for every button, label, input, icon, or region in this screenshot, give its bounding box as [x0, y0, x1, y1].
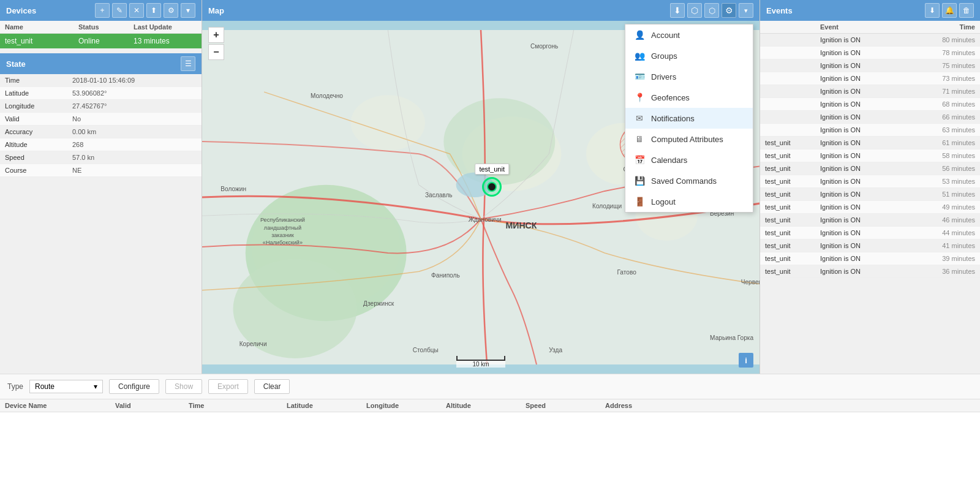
dropdown-item-groups[interactable]: 👥Groups	[625, 45, 753, 66]
events-title: Events	[766, 6, 793, 15]
events-col-name-header	[765, 23, 820, 31]
map-settings-button[interactable]: ⚙	[722, 3, 736, 18]
events-row-device: test_unit	[765, 178, 820, 185]
svg-text:Сморгонь: Сморгонь	[530, 43, 558, 50]
events-row[interactable]: Ignition is ON73 minutes	[760, 72, 980, 85]
configure-button[interactable]: Configure	[109, 379, 159, 394]
zoom-in-button[interactable]: +	[208, 27, 224, 43]
events-row-time: 39 minutes	[926, 255, 975, 262]
devices-title: Devices	[6, 6, 36, 15]
map-title: Map	[208, 6, 224, 15]
bottom-table-header: Device Name Valid Time Latitude Longitud…	[0, 399, 980, 412]
events-col-event-header: Event	[820, 23, 926, 31]
events-row-time: 51 minutes	[926, 191, 975, 198]
events-row-time: 36 minutes	[926, 268, 975, 275]
events-row-time: 49 minutes	[926, 203, 975, 211]
state-attr: Time	[5, 77, 72, 84]
map-marker[interactable]: test_unit	[482, 177, 502, 197]
map-header-right: ⬇ ⬡ ⬡ ⚙ ▾ 👤Account👥Groups🪪Drivers📍Geofen…	[670, 3, 753, 18]
device-last-update: 13 minutes	[134, 37, 197, 45]
events-row[interactable]: test_unitIgnition is ON53 minutes	[760, 175, 980, 188]
events-row-time: 63 minutes	[926, 126, 975, 134]
map-settings-dropdown-button[interactable]: ▾	[739, 3, 753, 18]
events-row-device: test_unit	[765, 152, 820, 159]
state-row: Time2018-01-10 15:46:09	[0, 74, 202, 87]
events-row-time: 56 minutes	[926, 165, 975, 172]
events-row[interactable]: Ignition is ON80 minutes	[760, 34, 980, 47]
events-row[interactable]: test_unitIgnition is ON46 minutes	[760, 214, 980, 227]
events-row[interactable]: test_unitIgnition is ON58 minutes	[760, 149, 980, 162]
events-body: Ignition is ON80 minutesIgnition is ON78…	[760, 34, 980, 374]
events-row-event: Ignition is ON	[820, 255, 926, 262]
state-val: 53.906082°	[72, 89, 197, 97]
dropdown-icon-notifications: ✉	[634, 113, 645, 124]
state-title: State	[6, 59, 26, 69]
zoom-out-button[interactable]: −	[208, 44, 224, 60]
events-row-event: Ignition is ON	[820, 165, 926, 172]
events-row[interactable]: test_unitIgnition is ON56 minutes	[760, 162, 980, 175]
dropdown-item-geofences[interactable]: 📍Geofences	[625, 87, 753, 108]
bottom-row: Type Route ▾ Configure Show Export Clear…	[0, 374, 980, 487]
dropdown-item-calendars[interactable]: 📅Calendars	[625, 149, 753, 170]
edit-device-button[interactable]: ✎	[112, 3, 127, 18]
svg-text:Кореличи: Кореличи	[239, 341, 267, 347]
events-row[interactable]: test_unitIgnition is ON61 minutes	[760, 137, 980, 149]
dropdown-icon-drivers: 🪪	[634, 71, 645, 82]
events-row[interactable]: Ignition is ON78 minutes	[760, 47, 980, 59]
events-row-device: test_unit	[765, 229, 820, 236]
devices-header-icons: + ✎ ✕ ⬆ ⚙ ▾	[95, 3, 195, 18]
dropdown-item-saved-commands[interactable]: 💾Saved Commands	[625, 170, 753, 191]
map-3d-button[interactable]: ⬡	[704, 3, 719, 18]
dropdown-icon-saved-commands: 💾	[634, 175, 645, 186]
dropdown-item-account[interactable]: 👤Account	[625, 25, 753, 45]
events-row[interactable]: test_unitIgnition is ON51 minutes	[760, 188, 980, 201]
svg-point-8	[233, 259, 357, 358]
zoom-controls: + −	[208, 27, 224, 60]
more-device-button[interactable]: ▾	[181, 3, 195, 18]
events-row[interactable]: Ignition is ON66 minutes	[760, 111, 980, 124]
dropdown-item-notifications[interactable]: ✉Notifications	[625, 108, 753, 129]
dropdown-label: Drivers	[651, 72, 676, 81]
events-row[interactable]: Ignition is ON71 minutes	[760, 85, 980, 98]
events-download-button[interactable]: ⬇	[925, 3, 940, 18]
state-menu-button[interactable]: ☰	[181, 56, 195, 71]
events-row[interactable]: test_unitIgnition is ON49 minutes	[760, 201, 980, 214]
map-info-button[interactable]: i	[739, 353, 753, 368]
upload-device-button[interactable]: ⬆	[146, 3, 161, 18]
device-row[interactable]: test_unit Online 13 minutes	[0, 34, 202, 48]
events-delete-button[interactable]: 🗑	[959, 3, 974, 18]
events-row[interactable]: test_unitIgnition is ON44 minutes	[760, 227, 980, 240]
state-val: 268	[72, 141, 197, 148]
events-row-event: Ignition is ON	[820, 75, 926, 82]
events-row-device: test_unit	[765, 139, 820, 146]
svg-text:МИНСК: МИНСК	[505, 221, 537, 230]
dropdown-icon-calendars: 📅	[634, 154, 645, 165]
clear-button[interactable]: Clear	[254, 379, 290, 394]
dropdown-item-drivers[interactable]: 🪪Drivers	[625, 66, 753, 87]
state-val: 0.00 km	[72, 128, 197, 135]
delete-device-button[interactable]: ✕	[129, 3, 144, 18]
events-row[interactable]: test_unitIgnition is ON36 minutes	[760, 265, 980, 278]
svg-text:Молодечно: Молодечно	[311, 92, 343, 99]
events-row-time: 41 minutes	[926, 242, 975, 249]
show-button[interactable]: Show	[165, 379, 202, 394]
device-name: test_unit	[5, 37, 78, 45]
events-row[interactable]: Ignition is ON68 minutes	[760, 98, 980, 111]
export-button[interactable]: Export	[208, 379, 248, 394]
events-bell-button[interactable]: 🔔	[942, 3, 957, 18]
events-row[interactable]: Ignition is ON63 minutes	[760, 124, 980, 137]
dropdown-label: Saved Commands	[651, 176, 717, 186]
type-select[interactable]: Route ▾	[29, 380, 103, 393]
add-device-button[interactable]: +	[95, 3, 110, 18]
events-row[interactable]: test_unitIgnition is ON39 minutes	[760, 252, 980, 265]
svg-text:Воложин: Воложин	[221, 186, 246, 192]
events-row[interactable]: Ignition is ON75 minutes	[760, 59, 980, 72]
settings-device-button[interactable]: ⚙	[164, 3, 178, 18]
events-row[interactable]: test_unitIgnition is ON41 minutes	[760, 240, 980, 252]
dropdown-item-computed-attributes[interactable]: 🖥Computed Attributes	[625, 129, 753, 149]
state-attr: Altitude	[5, 141, 72, 148]
events-row-event: Ignition is ON	[820, 242, 926, 249]
dropdown-item-logout[interactable]: 🚪Logout	[625, 191, 753, 212]
map-download-button[interactable]: ⬇	[670, 3, 685, 18]
map-layers-button[interactable]: ⬡	[687, 3, 702, 18]
